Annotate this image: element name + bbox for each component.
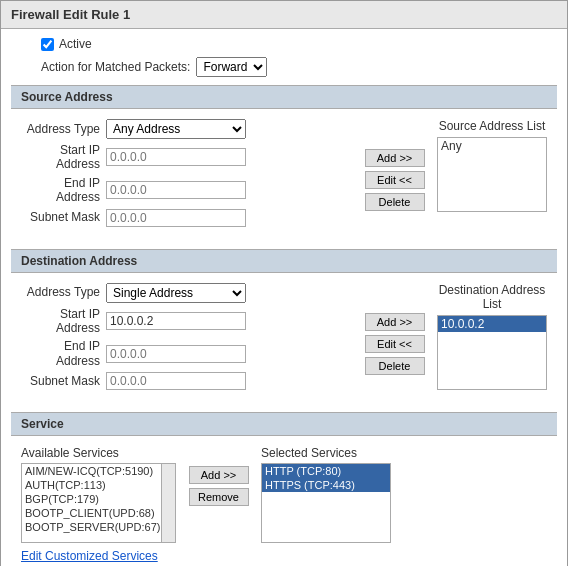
available-services-label: Available Services [21,446,176,460]
source-end-ip-field[interactable] [106,181,246,199]
destination-address-body: Address Type Any Address Single Address … [11,273,557,405]
destination-middle-buttons: Add >> Edit << Delete [362,283,427,395]
source-address-type-label: Address Type [21,121,106,138]
source-list-item-any[interactable]: Any [438,138,546,154]
destination-address-list-section: Destination Address List 10.0.0.2 [437,283,547,395]
destination-end-ip-input-wrap [106,345,246,363]
service-item-bootp-server[interactable]: BOOTP_SERVER(UPD:67) [22,520,161,534]
available-services-col: Available Services AIM/NEW-ICQ(TCP:5190)… [21,446,176,543]
destination-subnet-input-wrap [106,372,246,390]
active-row: Active [41,37,557,51]
edit-customized-services-link[interactable]: Edit Customized Services [21,549,158,563]
service-mid-buttons: Add >> Remove [186,446,251,506]
source-address-list-label: Source Address List [437,119,547,133]
selected-services-col: Selected Services HTTP (TCP:80) HTTPS (T… [261,446,391,543]
destination-start-ip-label: Start IPAddress [21,307,106,336]
service-header: Service [11,412,557,436]
source-subnet-row: Subnet Mask [21,209,352,227]
source-address-header: Source Address [11,85,557,109]
source-add-button[interactable]: Add >> [365,149,425,167]
source-subnet-label: Subnet Mask [21,209,106,226]
destination-end-ip-label: End IPAddress [21,339,106,368]
source-middle-buttons: Add >> Edit << Delete [362,119,427,231]
source-edit-button[interactable]: Edit << [365,171,425,189]
destination-list-item-ip[interactable]: 10.0.0.2 [438,316,546,332]
destination-address-type-select[interactable]: Any Address Single Address Address Range… [106,283,246,303]
destination-subnet-field[interactable] [106,372,246,390]
selected-service-https[interactable]: HTTPS (TCP:443) [262,478,390,492]
source-address-list-section: Source Address List Any [437,119,547,231]
source-address-list-box[interactable]: Any [437,137,547,212]
source-address-type-input: Any Address Single Address Address Range… [106,119,246,139]
destination-address-header: Destination Address [11,249,557,273]
source-end-ip-row: End IPAddress [21,176,352,205]
service-item-bgp[interactable]: BGP(TCP:179) [22,492,161,506]
source-form-fields: Address Type Any Address Single Address … [21,119,352,231]
source-start-ip-label: Start IPAddress [21,143,106,172]
source-subnet-field[interactable] [106,209,246,227]
destination-start-ip-row: Start IPAddress [21,307,352,336]
action-label: Action for Matched Packets: [41,60,190,74]
destination-address-list-box[interactable]: 10.0.0.2 [437,315,547,390]
destination-end-ip-field[interactable] [106,345,246,363]
destination-delete-button[interactable]: Delete [365,357,425,375]
action-row: Action for Matched Packets: Forward Drop… [41,57,557,77]
destination-subnet-label: Subnet Mask [21,373,106,390]
destination-start-ip-input-wrap [106,312,246,330]
service-item-aim[interactable]: AIM/NEW-ICQ(TCP:5190) [22,464,161,478]
source-start-ip-input-wrap [106,148,246,166]
destination-address-type-label: Address Type [21,284,106,301]
source-end-ip-input-wrap [106,181,246,199]
available-services-listbox-wrapper[interactable]: AIM/NEW-ICQ(TCP:5190) AUTH(TCP:113) BGP(… [21,463,176,543]
service-body: Available Services AIM/NEW-ICQ(TCP:5190)… [11,436,557,566]
active-checkbox[interactable] [41,38,54,51]
source-start-ip-row: Start IPAddress [21,143,352,172]
selected-services-label: Selected Services [261,446,391,460]
service-remove-button[interactable]: Remove [189,488,249,506]
source-start-ip-field[interactable] [106,148,246,166]
destination-add-button[interactable]: Add >> [365,313,425,331]
destination-edit-button[interactable]: Edit << [365,335,425,353]
destination-form-fields: Address Type Any Address Single Address … [21,283,352,395]
source-address-type-row: Address Type Any Address Single Address … [21,119,352,139]
destination-address-type-input: Any Address Single Address Address Range… [106,283,246,303]
available-services-list: AIM/NEW-ICQ(TCP:5190) AUTH(TCP:113) BGP(… [22,464,161,542]
source-subnet-input-wrap [106,209,246,227]
service-row: Available Services AIM/NEW-ICQ(TCP:5190)… [21,446,547,543]
action-select[interactable]: Forward Drop Reject [196,57,267,77]
selected-services-listbox[interactable]: HTTP (TCP:80) HTTPS (TCP:443) [261,463,391,543]
service-add-button[interactable]: Add >> [189,466,249,484]
content-area: Active Action for Matched Packets: Forwa… [1,29,567,566]
destination-start-ip-field[interactable] [106,312,246,330]
selected-service-http[interactable]: HTTP (TCP:80) [262,464,390,478]
page-title: Firewall Edit Rule 1 [1,1,567,29]
source-address-body: Address Type Any Address Single Address … [11,109,557,241]
page-wrapper: Firewall Edit Rule 1 Active Action for M… [0,0,568,566]
service-item-auth[interactable]: AUTH(TCP:113) [22,478,161,492]
service-item-bootp-client[interactable]: BOOTP_CLIENT(UPD:68) [22,506,161,520]
destination-end-ip-row: End IPAddress [21,339,352,368]
source-delete-button[interactable]: Delete [365,193,425,211]
destination-address-type-row: Address Type Any Address Single Address … [21,283,352,303]
source-address-type-select[interactable]: Any Address Single Address Address Range… [106,119,246,139]
source-end-ip-label: End IPAddress [21,176,106,205]
destination-subnet-row: Subnet Mask [21,372,352,390]
scrollbar-indicator [161,464,175,542]
active-label: Active [59,37,92,51]
destination-address-list-label: Destination Address List [437,283,547,311]
